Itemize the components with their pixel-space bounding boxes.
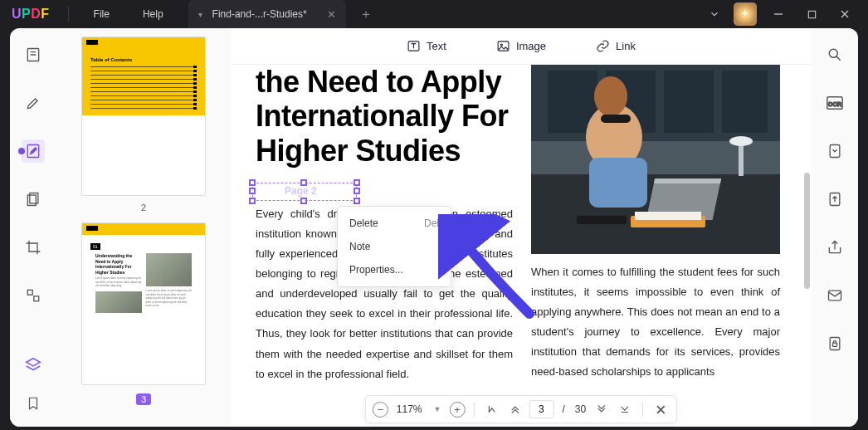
highlighter-icon[interactable] <box>22 91 45 115</box>
document-viewport[interactable]: the Need to Apply Internationally For Hi… <box>231 65 812 427</box>
page-total: 30 <box>572 403 588 415</box>
bookmark-icon[interactable] <box>22 392 45 415</box>
svg-rect-44 <box>830 338 840 350</box>
crop-icon[interactable] <box>22 236 45 259</box>
pages-icon[interactable] <box>22 188 45 211</box>
svg-rect-31 <box>739 143 744 176</box>
resize-handle[interactable] <box>300 179 307 186</box>
resize-handle[interactable] <box>249 188 256 194</box>
zoom-in-button[interactable]: + <box>449 402 465 418</box>
svg-rect-27 <box>654 178 721 183</box>
mail-icon[interactable] <box>823 284 846 307</box>
main-area: Text Image Link the Need to Apply Intern… <box>231 28 812 427</box>
svg-rect-11 <box>34 296 39 301</box>
reader-mode-icon[interactable] <box>22 43 45 66</box>
svg-point-32 <box>729 136 753 146</box>
svg-rect-10 <box>27 290 32 295</box>
svg-rect-14 <box>498 42 509 51</box>
zoom-dropdown-icon[interactable]: ▼ <box>431 405 445 413</box>
window-maximize-button[interactable] <box>795 0 828 28</box>
thumbnail-label: 2 <box>141 203 146 213</box>
scrollbar-thumb[interactable] <box>804 173 810 289</box>
scrollbar-track[interactable] <box>804 106 810 393</box>
layers-icon[interactable] <box>22 354 45 377</box>
separator <box>642 402 643 417</box>
app-body: Table of Contents 2 01 Understanding the… <box>10 28 858 427</box>
close-toolbar-button[interactable] <box>651 400 670 418</box>
page-separator: / <box>558 403 566 415</box>
thumbnail-page-3[interactable]: 01 Understanding the Need to Apply Inter… <box>81 222 206 385</box>
tab-dropdown-icon[interactable]: ▾ <box>198 10 202 19</box>
separator <box>68 7 69 22</box>
last-page-button[interactable] <box>616 400 634 418</box>
resize-handle[interactable] <box>354 198 360 204</box>
tab-title: Find-and-...r-Studies* <box>212 8 307 20</box>
tool-image[interactable]: Image <box>496 39 546 53</box>
ai-assistant-button[interactable] <box>734 2 757 26</box>
protect-icon[interactable] <box>823 332 846 355</box>
thumbnail-label-active: 3 <box>136 393 151 405</box>
doc-image <box>531 65 780 254</box>
right-toolbar: OCR <box>812 28 858 427</box>
convert-icon[interactable] <box>823 188 846 211</box>
separator <box>473 402 474 417</box>
selected-annotation[interactable]: Page 2 <box>252 183 357 201</box>
resize-handle[interactable] <box>249 198 256 204</box>
svg-rect-24 <box>589 158 647 208</box>
title-bar: UPDF File Help ▾ Find-and-...r-Studies* … <box>0 0 868 28</box>
thumbnail-page-2[interactable]: Table of Contents <box>81 37 206 196</box>
left-toolbar <box>10 28 56 427</box>
svg-text:OCR: OCR <box>828 100 842 108</box>
search-icon[interactable] <box>823 43 846 66</box>
ocr-icon[interactable]: OCR <box>823 91 846 115</box>
menu-file[interactable]: File <box>77 8 126 20</box>
resize-handle[interactable] <box>354 179 360 186</box>
context-menu-properties[interactable]: Properties... <box>338 258 451 281</box>
svg-point-15 <box>500 44 502 46</box>
svg-rect-20 <box>664 71 714 133</box>
prev-page-button[interactable] <box>505 400 524 418</box>
svg-rect-25 <box>601 115 631 123</box>
tool-text[interactable]: Text <box>407 39 446 53</box>
next-page-button[interactable] <box>592 400 611 418</box>
svg-marker-12 <box>27 359 41 366</box>
svg-line-38 <box>836 56 841 61</box>
image-icon <box>496 39 510 53</box>
link-icon <box>596 39 610 53</box>
dropdown-icon[interactable] <box>700 0 729 28</box>
compress-icon[interactable] <box>823 139 846 163</box>
context-menu: DeleteDel Note Properties... <box>337 206 451 287</box>
doc-paragraph-right: When it comes to fulfilling the student … <box>531 262 780 382</box>
first-page-button[interactable] <box>482 400 500 418</box>
resize-handle[interactable] <box>354 188 360 194</box>
context-menu-note[interactable]: Note <box>338 235 451 258</box>
menu-help[interactable]: Help <box>126 8 180 20</box>
svg-rect-45 <box>833 343 837 346</box>
edit-mode-icon[interactable] <box>22 139 45 163</box>
text-icon <box>407 39 421 53</box>
tab-close-icon[interactable]: ✕ <box>327 8 336 21</box>
svg-rect-28 <box>577 216 627 224</box>
window-minimize-button[interactable] <box>762 0 795 28</box>
resize-handle[interactable] <box>249 179 256 186</box>
svg-rect-30 <box>635 212 701 220</box>
share-icon[interactable] <box>823 236 846 259</box>
resize-handle[interactable] <box>300 198 307 204</box>
zoom-value: 117% <box>393 403 426 415</box>
edit-toolbar: Text Image Link <box>231 28 812 65</box>
doc-heading: the Need to Apply Internationally For Hi… <box>256 65 513 168</box>
document-tab[interactable]: ▾ Find-and-...r-Studies* ✕ <box>188 0 346 28</box>
svg-rect-21 <box>722 71 768 133</box>
svg-rect-43 <box>829 291 841 301</box>
bottom-toolbar: − 117% ▼ + / 30 <box>365 395 677 423</box>
context-menu-delete[interactable]: DeleteDel <box>338 212 451 235</box>
tools-icon[interactable] <box>22 284 45 307</box>
tool-link[interactable]: Link <box>596 39 636 53</box>
app-logo: UPDF <box>12 7 50 22</box>
add-tab-button[interactable]: ＋ <box>359 6 373 23</box>
page-input[interactable] <box>529 400 553 418</box>
window-close-button[interactable] <box>828 0 861 28</box>
thumbnails-panel: Table of Contents 2 01 Understanding the… <box>56 28 231 427</box>
zoom-out-button[interactable]: − <box>373 402 388 418</box>
svg-rect-1 <box>808 11 815 17</box>
